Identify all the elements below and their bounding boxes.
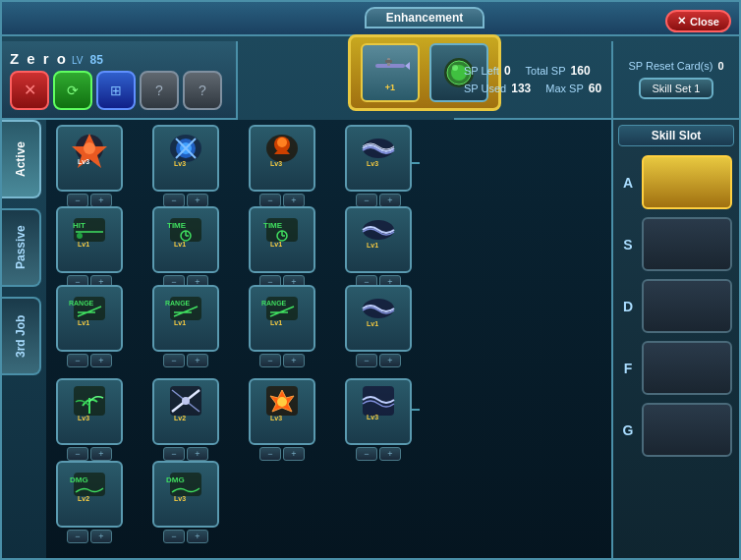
skill-4-3-minus[interactable]: −	[259, 447, 281, 461]
skill-3-1[interactable]: RANGE Lv1	[56, 285, 123, 352]
skill-2-4[interactable]: Lv1	[345, 206, 412, 273]
skill-5-2-plus[interactable]: +	[187, 530, 208, 543]
skill-1-1-plus[interactable]: +	[90, 194, 112, 207]
action-btn-5[interactable]: ?	[183, 71, 222, 110]
skill-1-3-minus[interactable]: −	[259, 194, 281, 207]
skill-4-4-wrap: Lv3 − +	[345, 378, 412, 461]
svg-text:Lv2: Lv2	[174, 415, 186, 421]
skill-1-4-plus[interactable]: +	[379, 194, 401, 207]
skill-3-4-controls: − +	[356, 354, 401, 367]
skill-4-2[interactable]: Lv2	[152, 378, 219, 445]
skill-3-4-plus[interactable]: +	[379, 354, 401, 367]
action-btn-3[interactable]: ⊞	[96, 71, 136, 110]
action-icon-1: ✕	[24, 81, 36, 99]
skill-3-2-minus[interactable]: −	[163, 354, 185, 367]
tab-third-job[interactable]: 3rd Job	[2, 297, 41, 375]
skill-3-3-plus[interactable]: +	[283, 354, 305, 367]
tab-third-job-label: 3rd Job	[14, 314, 28, 357]
skill-3-2[interactable]: RANGE Lv1	[152, 285, 219, 352]
skill-5-1[interactable]: DMG Lv2	[56, 461, 123, 528]
svg-text:Lv3: Lv3	[174, 160, 186, 167]
skill-slot-s: S	[618, 215, 734, 273]
skill-5-1-minus[interactable]: −	[67, 530, 88, 543]
skill-4-1-plus[interactable]: +	[90, 447, 112, 461]
skill-4-4[interactable]: Lv3	[345, 378, 412, 445]
skill-slots-panel: Skill Slot A S D F G	[611, 120, 739, 558]
skill-4-3[interactable]: Lv3	[249, 378, 315, 445]
skill-4-4-plus[interactable]: +	[379, 447, 401, 461]
skill-1-4[interactable]: Lv3	[345, 125, 412, 192]
slot-s-box[interactable]	[642, 217, 732, 271]
skill-4-4-minus[interactable]: −	[356, 447, 377, 461]
skill-2-3-icon: TIME Lv1	[260, 210, 304, 250]
skill-2-4-wrap: Lv1 − +	[345, 206, 412, 289]
skill-1-1-minus[interactable]: −	[67, 194, 88, 207]
skill-4-2-plus[interactable]: +	[187, 447, 208, 461]
skill-5-1-wrap: DMG Lv2 − +	[56, 461, 123, 543]
skill-1-2-minus[interactable]: −	[163, 194, 185, 207]
action-btn-4[interactable]: ?	[140, 71, 179, 110]
svg-rect-3	[385, 60, 392, 63]
skill-3-4-wrap: Lv1 − +	[345, 285, 412, 367]
svg-text:Lv3: Lv3	[367, 414, 378, 420]
action-icon-3: ⊞	[110, 83, 122, 98]
skill-5-2-minus[interactable]: −	[163, 530, 185, 543]
skill-5-2[interactable]: DMG Lv3	[152, 461, 219, 528]
skill-1-4-wrap: Lv3 − +	[345, 125, 412, 207]
skill-4-3-controls: − +	[259, 447, 305, 461]
slot-g-label: G	[620, 422, 636, 438]
enhancement-item-1[interactable]: +1	[361, 43, 420, 102]
svg-marker-1	[405, 62, 410, 70]
skill-tree: Lv3 − +	[46, 120, 611, 558]
tab-passive-label: Passive	[14, 226, 28, 270]
sp-reset-label: SP Reset Card(s)	[628, 60, 712, 72]
skill-2-2[interactable]: TIME Lv1	[152, 206, 219, 273]
svg-text:Lv1: Lv1	[270, 319, 282, 326]
skill-set-button[interactable]: Skill Set 1	[639, 78, 714, 99]
skill-3-3-minus[interactable]: −	[259, 354, 281, 367]
slot-a-box[interactable]	[642, 155, 732, 209]
skill-1-1[interactable]: Lv3	[56, 125, 123, 192]
skill-3-1-icon: RANGE Lv1	[68, 289, 111, 328]
skill-4-3-plus[interactable]: +	[283, 447, 305, 461]
svg-text:Lv1: Lv1	[367, 242, 378, 249]
slot-g-box[interactable]	[642, 403, 732, 457]
skill-3-4-minus[interactable]: −	[356, 354, 377, 367]
skill-3-3[interactable]: RANGE Lv1	[249, 285, 315, 352]
close-button[interactable]: ✕ Close	[665, 10, 731, 32]
slot-f-box[interactable]	[642, 341, 732, 395]
skill-5-1-plus[interactable]: +	[90, 530, 112, 543]
skill-1-2[interactable]: Lv3	[152, 125, 219, 192]
skill-4-2-minus[interactable]: −	[163, 447, 185, 461]
action-btn-1[interactable]: ✕	[10, 71, 49, 110]
skill-4-1-minus[interactable]: −	[67, 447, 88, 461]
skill-3-1-plus[interactable]: +	[90, 354, 112, 367]
skill-2-1[interactable]: HIT Lv1	[56, 206, 123, 273]
skill-1-3[interactable]: Lv3	[249, 125, 315, 192]
skill-1-2-icon: Lv3	[164, 129, 207, 168]
action-btn-2[interactable]: ⟳	[53, 71, 92, 110]
sp-reset-value: 0	[717, 60, 723, 72]
side-tabs: Active Passive 3rd Job	[2, 120, 46, 380]
skill-1-4-minus[interactable]: −	[356, 194, 377, 207]
skill-4-3-wrap: Lv3 − +	[249, 378, 315, 461]
svg-text:DMG: DMG	[166, 476, 185, 484]
skill-4-4-controls: − +	[356, 447, 401, 461]
skill-4-1[interactable]: Lv3	[56, 378, 123, 445]
skill-3-4[interactable]: Lv1	[345, 285, 412, 352]
svg-point-71	[277, 397, 287, 407]
svg-text:RANGE: RANGE	[69, 300, 94, 307]
skill-1-3-plus[interactable]: +	[283, 194, 305, 207]
skill-slot-title: Skill Slot	[618, 125, 734, 146]
skill-3-1-minus[interactable]: −	[67, 354, 88, 367]
slot-d-box[interactable]	[642, 279, 732, 333]
skill-1-2-plus[interactable]: +	[187, 194, 208, 207]
svg-text:HIT: HIT	[73, 221, 86, 230]
skill-3-2-wrap: RANGE Lv1 − +	[152, 285, 219, 367]
skill-3-2-plus[interactable]: +	[187, 354, 208, 367]
svg-text:TIME: TIME	[263, 221, 283, 230]
svg-text:Lv3: Lv3	[270, 415, 282, 421]
skill-2-3[interactable]: TIME Lv1	[249, 206, 315, 273]
tab-active[interactable]: Active	[2, 120, 41, 198]
tab-passive[interactable]: Passive	[2, 208, 41, 287]
